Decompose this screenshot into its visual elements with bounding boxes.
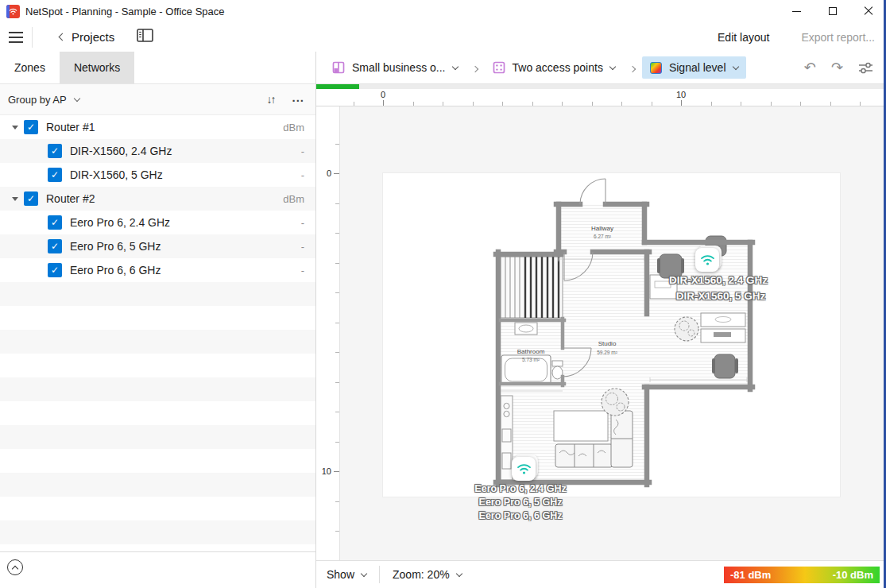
access-point-marker-router1[interactable]: [695, 248, 719, 272]
network-value: -: [301, 145, 315, 157]
room-name: Studio: [598, 340, 617, 347]
network-checkbox[interactable]: ✓: [48, 215, 62, 230]
network-row[interactable]: ✓DIR-X1560, 5 GHz-: [0, 163, 315, 187]
tab-zones[interactable]: Zones: [0, 52, 60, 83]
empty-row: [0, 330, 315, 354]
floor-plan-viewport[interactable]: 010: [316, 106, 886, 560]
title-bar: NetSpot - Planning - Sample - Office Spa…: [0, 0, 886, 22]
empty-row: [0, 282, 315, 306]
network-group-row[interactable]: ✓Router #2dBm: [0, 187, 315, 211]
empty-row: [0, 497, 315, 520]
breadcrumb: Small business o... Two access points Si…: [316, 52, 886, 84]
empty-row: [0, 520, 315, 544]
expand-caret-icon[interactable]: [6, 126, 24, 130]
zoom-label: Zoom: 20%: [393, 568, 450, 581]
zoom-dropdown[interactable]: Zoom: 20%: [393, 568, 462, 581]
network-row[interactable]: ✓Eero Pro 6, 5 GHz-: [0, 234, 315, 258]
empty-row: [0, 425, 315, 449]
minimize-button[interactable]: [779, 0, 814, 22]
plant: [675, 317, 698, 341]
network-row[interactable]: ✓DIR-X1560, 2.4 GHz-: [0, 139, 315, 163]
room-area: 5.73 m²: [522, 357, 540, 362]
empty-row: [0, 449, 315, 473]
redo-icon[interactable]: ↷: [831, 60, 843, 75]
empty-row: [0, 354, 315, 377]
network-checkbox[interactable]: ✓: [48, 144, 62, 158]
ruler-label: 0: [381, 90, 385, 99]
ruler-label: 10: [676, 90, 686, 99]
heatmap-icon: [650, 62, 662, 74]
toggle-sidebar-icon[interactable]: [137, 29, 153, 45]
show-dropdown[interactable]: Show: [327, 568, 366, 581]
breadcrumb-project[interactable]: Small business o...: [324, 56, 466, 79]
more-options-icon[interactable]: ...: [292, 91, 304, 109]
chevron-down-icon: [609, 63, 616, 69]
ap-label: Eero Pro 6, 6 GHz: [479, 510, 563, 521]
ruler-label: 0: [327, 168, 331, 178]
ap-label: Eero Pro 6, 2.4 GHz: [474, 483, 566, 494]
wifi-icon: [700, 254, 715, 266]
network-checkbox[interactable]: ✓: [24, 191, 38, 206]
wifi-icon: [517, 463, 532, 475]
network-checkbox[interactable]: ✓: [48, 168, 62, 182]
main-toolbar: Projects Edit layout Export report...: [0, 22, 886, 52]
plan-canvas-column: Small business o... Two access points Si…: [316, 52, 886, 588]
network-label: DIR-X1560, 5 GHz: [70, 168, 163, 181]
stairs: [501, 257, 563, 318]
chevron-down-icon: [732, 63, 738, 69]
netspot-window: NetSpot - Planning - Sample - Office Spa…: [0, 0, 886, 588]
network-value: -: [301, 217, 315, 229]
network-label: Eero Pro 6, 5 GHz: [70, 240, 161, 253]
breadcrumb-visualization[interactable]: Signal level: [642, 56, 746, 79]
projects-back-button[interactable]: Projects: [60, 30, 114, 44]
sort-icon[interactable]: ↓↑: [266, 93, 274, 106]
legend-max: -10 dBm: [833, 569, 873, 581]
ap-label: DIR-X1560, 5 GHz: [676, 290, 766, 302]
network-checkbox[interactable]: ✓: [24, 120, 38, 134]
chevron-down-icon: [73, 95, 79, 101]
network-label: Eero Pro 6, 6 GHz: [70, 264, 161, 277]
network-row[interactable]: ✓Eero Pro 6, 2.4 GHz-: [0, 211, 315, 234]
network-checkbox[interactable]: ✓: [48, 263, 62, 277]
expand-caret-icon[interactable]: [6, 197, 24, 201]
chevron-down-icon: [455, 570, 462, 576]
room-name: Bathroom: [517, 348, 545, 355]
collapse-panel-icon[interactable]: [7, 559, 23, 575]
vertical-ruler: 010: [316, 106, 340, 560]
window-title: NetSpot - Planning - Sample - Office Spa…: [25, 6, 225, 17]
menu-icon[interactable]: [0, 32, 32, 43]
export-report-button[interactable]: Export report...: [801, 31, 875, 44]
network-value: -: [301, 265, 315, 277]
signal-legend: -81 dBm -10 dBm: [724, 567, 880, 583]
networks-sidebar: Zones Networks Group by AP ↓↑ ... ✓Route…: [0, 52, 316, 588]
network-group-row[interactable]: ✓Router #1dBm: [0, 115, 315, 139]
visualization-settings-icon[interactable]: [858, 61, 873, 75]
show-label: Show: [327, 568, 354, 581]
horizontal-ruler: 010: [316, 89, 886, 106]
access-point-marker-router2[interactable]: [512, 457, 536, 481]
status-bar: Show Zoom: 20% -81 dBm -10 dBm: [316, 560, 886, 588]
room-area: 59.29 m²: [597, 350, 617, 355]
tab-networks[interactable]: Networks: [60, 52, 134, 83]
breadcrumb-separator: [630, 60, 635, 75]
ap-label: DIR-X1560, 2.4 GHz: [669, 274, 768, 286]
network-value: -: [301, 169, 315, 181]
network-checkbox[interactable]: ✓: [48, 239, 62, 253]
floorplan-icon: [332, 61, 345, 74]
chevron-left-icon: [59, 33, 67, 41]
kitchen-counter: [501, 396, 513, 480]
network-label: Eero Pro 6, 2.4 GHz: [70, 216, 170, 229]
group-by-dropdown[interactable]: Group by AP: [8, 94, 79, 106]
close-button[interactable]: [850, 0, 886, 22]
table: [554, 411, 608, 441]
network-value: dBm: [283, 122, 315, 133]
ruler-label: 10: [322, 466, 331, 476]
access-points-icon: [493, 61, 505, 74]
network-row[interactable]: ✓Eero Pro 6, 6 GHz-: [0, 258, 315, 282]
plant: [602, 389, 629, 416]
maximize-button[interactable]: [814, 0, 850, 22]
breadcrumb-snapshot[interactable]: Two access points: [485, 56, 623, 79]
chevron-down-icon: [451, 63, 458, 69]
edit-layout-button[interactable]: Edit layout: [718, 31, 769, 44]
undo-icon[interactable]: ↶: [804, 60, 816, 75]
